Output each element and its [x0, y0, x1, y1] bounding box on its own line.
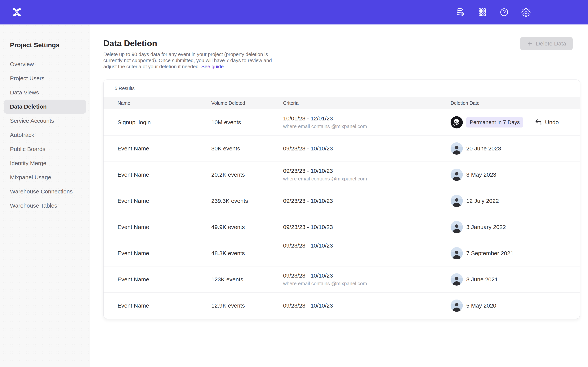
page-description: Delete up to 90 days data for any event …: [103, 51, 277, 70]
criteria-cell: 09/23/23 - 10/10/23 where email contains…: [283, 168, 450, 182]
avatar: [450, 300, 463, 312]
criteria-cell: 09/23/23 - 10/10/23: [283, 198, 450, 204]
column-header-name: Name: [118, 100, 211, 106]
avatar: [450, 247, 463, 259]
volume-deleted: 49.9K events: [211, 224, 283, 230]
sidebar-nav: Overview Project Users Data Views Data D…: [0, 57, 90, 213]
table-row: Event Name 30K events 09/23/23 - 10/10/2…: [104, 135, 580, 161]
plus-icon: [527, 41, 533, 47]
topbar-actions: [456, 0, 531, 25]
avatar: [450, 273, 463, 286]
criteria-range: 10/01/23 - 12/01/23: [283, 115, 450, 122]
delete-data-label: Delete Data: [536, 40, 566, 47]
criteria-range: 09/23/23 - 10/10/23: [283, 198, 450, 204]
column-header-deletion-date: Deletion Date: [450, 100, 580, 106]
criteria-cell: 09/23/23 - 10/10/23: [283, 302, 450, 309]
deletion-date: 20 June 2023: [466, 145, 501, 152]
criteria-cell: 10/01/23 - 12/01/23 where email contains…: [283, 115, 450, 129]
criteria-cell: 09/23/23 - 10/10/23: [283, 224, 450, 230]
settings-gear-icon[interactable]: [521, 8, 531, 17]
avatar: [450, 142, 463, 155]
criteria-range: 09/23/23 - 10/10/23: [283, 168, 450, 174]
avatar: [450, 221, 463, 233]
main-content: Data Deletion Delete up to 90 days data …: [90, 25, 588, 367]
table-row: Event Name 12.9K events 09/23/23 - 10/10…: [104, 292, 580, 319]
deletion-date: 3 June 2021: [466, 276, 498, 283]
sidebar-title: Project Settings: [10, 41, 90, 49]
status-badge: Permanent in 7 Days: [466, 117, 523, 127]
sidebar-item-project-users[interactable]: Project Users: [4, 71, 86, 85]
sidebar-item-autotrack[interactable]: Autotrack: [4, 128, 86, 142]
volume-deleted: 30K events: [211, 145, 283, 152]
sidebar-item-overview[interactable]: Overview: [4, 57, 86, 71]
table-header: Name Volume Deleted Criteria Deletion Da…: [104, 97, 580, 109]
column-header-volume: Volume Deleted: [211, 100, 283, 106]
sidebar-item-service-accounts[interactable]: Service Accounts: [4, 114, 86, 128]
volume-deleted: 12.9K events: [211, 302, 283, 309]
sidebar-item-warehouse-connections[interactable]: Warehouse Connections: [4, 184, 86, 199]
deletion-date-cell: 3 May 2023: [450, 169, 580, 181]
criteria-range: 09/23/23 - 10/10/23: [283, 302, 450, 309]
sidebar-item-data-deletion[interactable]: Data Deletion: [4, 100, 86, 114]
deletion-date-cell: 5 May 2020: [450, 300, 580, 312]
criteria-filter: where email contains @mixpanel.com: [283, 176, 450, 182]
delete-data-button[interactable]: Delete Data: [520, 37, 573, 50]
sidebar: Project Settings Overview Project Users …: [0, 25, 90, 367]
deletion-date-cell: 20 June 2023: [450, 142, 580, 155]
table-row: Event Name 20.2K events 09/23/23 - 10/10…: [104, 161, 580, 188]
criteria-filter: where email contains @mixpanel.com: [283, 281, 450, 286]
sidebar-item-data-views[interactable]: Data Views: [4, 85, 86, 100]
topbar: [0, 0, 588, 25]
see-guide-link[interactable]: See guide: [201, 64, 224, 69]
deletion-date-cell: 3 January 2022: [450, 221, 580, 233]
event-name: Event Name: [118, 302, 211, 309]
deletion-date-cell: 12 July 2022: [450, 195, 580, 207]
page-title: Data Deletion: [103, 39, 588, 48]
sidebar-item-public-boards[interactable]: Public Boards: [4, 142, 86, 156]
mixpanel-logo-icon[interactable]: [12, 7, 22, 17]
deletion-date-cell: 7 September 2021: [450, 247, 580, 259]
criteria-range: 09/23/23 - 10/10/23: [283, 145, 450, 152]
avatar: [450, 169, 463, 181]
criteria-cell: 09/23/23 - 10/10/23: [283, 242, 450, 249]
column-header-criteria: Criteria: [283, 100, 450, 106]
table-row: Event Name 48.3K events 09/23/23 - 10/10…: [104, 240, 580, 266]
apps-grid-icon[interactable]: [478, 8, 487, 17]
volume-deleted: 123K events: [211, 276, 283, 283]
undo-label: Undo: [545, 119, 559, 125]
deletion-date: 7 September 2021: [466, 250, 514, 257]
criteria-cell: 09/23/23 - 10/10/23: [283, 145, 450, 152]
criteria-filter: where email contains @mixpanel.com: [283, 124, 450, 129]
criteria-cell: 09/23/23 - 10/10/23 where email contains…: [283, 272, 450, 286]
sidebar-item-identity-merge[interactable]: Identity Merge: [4, 156, 86, 170]
sidebar-item-mixpanel-usage[interactable]: Mixpanel Usage: [4, 170, 86, 184]
table-row: Event Name 239.3K events 09/23/23 - 10/1…: [104, 188, 580, 214]
event-name: Event Name: [118, 171, 211, 178]
description-text: Delete up to 90 days data for any event …: [103, 51, 272, 69]
sidebar-item-warehouse-tables[interactable]: Warehouse Tables: [4, 199, 86, 213]
help-icon[interactable]: [500, 8, 509, 17]
deletion-date: 5 May 2020: [466, 302, 496, 309]
event-name: Event Name: [118, 198, 211, 204]
volume-deleted: 20.2K events: [211, 171, 283, 178]
app-window: Project Settings Overview Project Users …: [0, 0, 588, 367]
database-settings-icon[interactable]: [456, 8, 465, 17]
volume-deleted: 239.3K events: [211, 198, 283, 204]
deletion-date: 3 January 2022: [466, 224, 506, 230]
volume-deleted: 48.3K events: [211, 250, 283, 257]
event-name: Event Name: [118, 145, 211, 152]
undo-icon: [535, 118, 542, 126]
criteria-range: 09/23/23 - 10/10/23: [283, 224, 450, 230]
deletion-date: 3 May 2023: [466, 171, 496, 178]
table-row: Event Name 123K events 09/23/23 - 10/10/…: [104, 266, 580, 292]
criteria-range: 09/23/23 - 10/10/23: [283, 242, 450, 249]
avatar: [450, 195, 463, 207]
event-name: Signup_login: [118, 119, 211, 125]
volume-deleted: 10M events: [211, 119, 283, 125]
undo-button[interactable]: Undo: [535, 118, 559, 126]
deletion-date: 12 July 2022: [466, 198, 499, 204]
deletion-date-cell: Permanent in 7 Days Undo: [450, 116, 580, 128]
results-count: 5 Results: [104, 80, 580, 97]
criteria-range: 09/23/23 - 10/10/23: [283, 272, 450, 279]
avatar: [450, 116, 463, 128]
